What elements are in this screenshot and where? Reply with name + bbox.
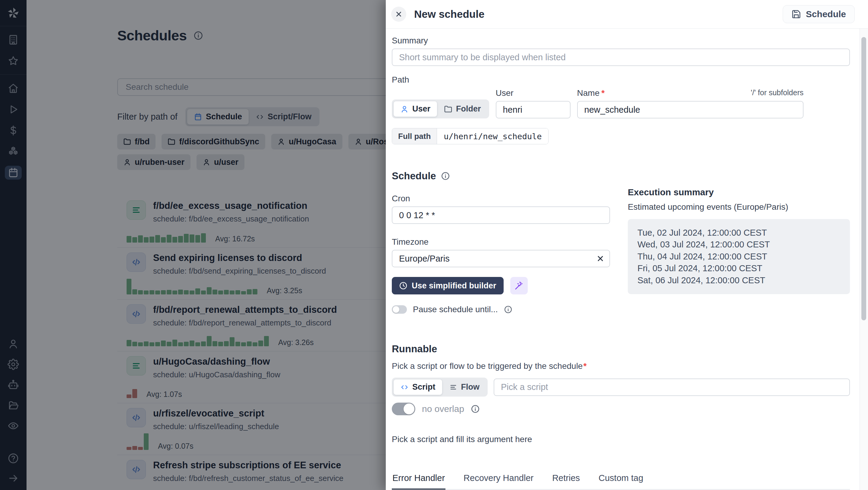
required-asterisk: * [601, 88, 604, 98]
path-label: Path [392, 75, 850, 85]
schedule-heading: Schedule [392, 170, 436, 182]
name-input[interactable] [577, 101, 804, 118]
close-icon [395, 10, 403, 18]
clear-timezone-icon[interactable] [596, 254, 604, 263]
full-path-label: Full path [392, 128, 437, 144]
full-path: Full path u/henri/new_schedule [392, 128, 549, 144]
drawer-title: New schedule [414, 8, 484, 20]
pause-schedule-label: Pause schedule until... [413, 305, 498, 314]
runnable-kind-label: Flow [461, 382, 480, 392]
user-icon [400, 105, 409, 113]
full-path-value: u/henri/new_schedule [437, 128, 548, 144]
clock-icon [399, 281, 407, 290]
runnable-kind-label: Script [412, 382, 435, 392]
no-overlap-toggle[interactable] [392, 403, 415, 415]
runnable-kind-flow[interactable]: Flow [442, 379, 487, 395]
owner-folder[interactable]: Folder [437, 101, 488, 117]
subfolder-hint: '/' for subfolders [751, 88, 804, 98]
clock-icon [399, 281, 407, 290]
required-asterisk: * [583, 361, 587, 371]
summary-section: Summary [392, 36, 850, 66]
simplified-builder-button[interactable]: Use simplified builder [392, 277, 504, 295]
name-field-label: Name [577, 88, 600, 98]
execution-summary-subheading: Estimated upcoming events (Europe/Paris) [628, 202, 850, 212]
timezone-input[interactable] [392, 250, 610, 267]
schedule-section: Schedule Cron Timezone [392, 170, 850, 314]
summary-label: Summary [392, 36, 850, 45]
scrollbar-thumb[interactable] [861, 37, 866, 320]
summary-input[interactable] [392, 49, 850, 66]
save-schedule-button[interactable]: Schedule [783, 5, 855, 23]
cron-label: Cron [392, 194, 610, 204]
owner-label: User [412, 104, 430, 114]
drawer-header: New schedule Schedule [386, 0, 868, 29]
info-icon[interactable] [504, 305, 513, 314]
timezone-label: Timezone [392, 237, 610, 247]
upcoming-event: Tue, 02 Jul 2024, 12:00:00 CEST [638, 227, 850, 239]
upcoming-event: Wed, 03 Jul 2024, 12:00:00 CEST [638, 239, 850, 250]
tab-retries[interactable]: Retries [552, 473, 581, 489]
execution-summary-heading: Execution summary [628, 187, 850, 197]
save-icon [792, 9, 801, 19]
runnable-heading: Runnable [392, 343, 437, 355]
tab-custom-tag[interactable]: Custom tag [598, 473, 644, 489]
user-field-label: User [496, 88, 570, 98]
runnable-note: Pick a script and fill its argument here [392, 434, 850, 444]
flow-icon [449, 383, 458, 392]
runnable-description: Pick a script or flow to be triggered by… [392, 361, 583, 371]
info-icon [441, 172, 450, 181]
owner-toggle-group: UserFolder [392, 99, 489, 118]
script-picker-input[interactable] [494, 378, 850, 396]
cron-input[interactable] [392, 207, 610, 224]
user-input[interactable] [496, 101, 570, 118]
tab-error-handler[interactable]: Error Handler [392, 473, 445, 489]
code-icon [400, 383, 409, 392]
no-overlap-label: no overlap [422, 404, 464, 414]
script-flow-toggle-group: ScriptFlow [392, 377, 488, 397]
wand-icon [515, 281, 524, 290]
tab-recovery-handler[interactable]: Recovery Handler [463, 473, 534, 489]
info-icon[interactable] [471, 404, 480, 414]
pause-schedule-toggle[interactable] [392, 305, 407, 314]
drawer-body: Summary Path UserFolder User Name [386, 29, 868, 490]
app: Schedules Filter by path of ScheduleScri… [0, 0, 868, 490]
owner-user[interactable]: User [393, 101, 437, 117]
drawer-scrollbar[interactable] [860, 29, 868, 490]
new-schedule-drawer: New schedule Schedule Summary Path UserF… [386, 0, 868, 490]
handler-tabs: Error HandlerRecovery HandlerRetriesCust… [392, 473, 850, 490]
path-section: Path UserFolder User Name * '/' for subf… [392, 75, 850, 144]
ai-wand-button[interactable] [510, 277, 528, 295]
info-icon[interactable] [441, 172, 450, 181]
save-button-label: Schedule [806, 9, 846, 19]
upcoming-events-box: Tue, 02 Jul 2024, 12:00:00 CESTWed, 03 J… [628, 219, 850, 294]
save-icon [792, 9, 801, 19]
runnable-section: Runnable Pick a script or flow to be tri… [392, 343, 850, 444]
info-icon [471, 404, 480, 414]
close-icon [596, 254, 604, 263]
folder-icon [444, 105, 453, 113]
simplified-builder-label: Use simplified builder [412, 281, 496, 290]
upcoming-event: Thu, 04 Jul 2024, 12:00:00 CEST [638, 251, 850, 263]
close-button[interactable] [391, 7, 406, 22]
runnable-kind-script[interactable]: Script [393, 379, 442, 395]
info-icon [504, 305, 513, 314]
owner-label: Folder [456, 104, 481, 114]
upcoming-event: Fri, 05 Jul 2024, 12:00:00 CEST [638, 263, 850, 274]
upcoming-event: Sat, 06 Jul 2024, 12:00:00 CEST [638, 275, 850, 286]
